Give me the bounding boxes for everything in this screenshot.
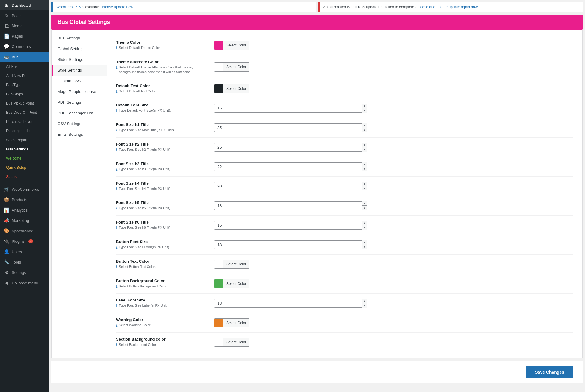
arrow-down-label-font-size[interactable]: ▼ <box>362 303 367 308</box>
info-icon: ℹ <box>116 46 118 51</box>
sidebar-item-bus-pickup-point[interactable]: Bus Pickup Point <box>0 99 49 108</box>
color-picker-button-theme-alternate-color[interactable]: Select Color <box>214 62 249 72</box>
page-header: Bus Global Settings <box>51 15 583 30</box>
all-bus-label: All Bus <box>6 65 17 69</box>
desc-text: Select Button Text Color. <box>119 264 156 269</box>
setting-label-section-background-color: Section Background colorℹSelect Backgrou… <box>116 337 214 348</box>
sidebar-item-bus-stops[interactable]: Bus Stops <box>0 90 49 99</box>
arrow-down-font-size-h6[interactable]: ▼ <box>362 225 367 230</box>
arrow-down-button-font-size[interactable]: ▼ <box>362 245 367 249</box>
arrow-up-label-font-size[interactable]: ▲ <box>362 299 367 303</box>
number-input-wrapper-font-size-h4: ▲▼ <box>214 182 367 190</box>
please-update-link[interactable]: Please update now. <box>102 5 134 9</box>
sidebar-item-bus[interactable]: 🚌 Bus <box>0 52 49 62</box>
sidebar-item-sales-report[interactable]: Sales Report <box>0 135 49 145</box>
arrow-down-font-size-h5[interactable]: ▼ <box>362 206 367 210</box>
sidebar-item-marketing[interactable]: 📣 Marketing <box>0 215 49 226</box>
color-picker-button-warning-color[interactable]: Select Color <box>214 318 249 327</box>
sidebar-item-bus-settings[interactable]: Bus Settings <box>0 145 49 154</box>
arrow-up-font-size-h2[interactable]: ▲ <box>362 143 367 147</box>
sidebar-item-collapse[interactable]: ◀ Collapse menu <box>0 278 49 288</box>
arrow-up-font-size-h1[interactable]: ▲ <box>362 123 367 128</box>
arrow-down-default-font-size[interactable]: ▼ <box>362 108 367 113</box>
arrow-down-font-size-h3[interactable]: ▼ <box>362 167 367 171</box>
sidebar-item-products[interactable]: 📦 Products <box>0 194 49 205</box>
wp-update-link[interactable]: WordPress 6.5 <box>56 5 81 9</box>
sidebar-item-tools[interactable]: 🔧 Tools <box>0 257 49 267</box>
left-nav: Bus Settings Global Settings Slider Sett… <box>52 30 107 358</box>
sidebar-item-bus-drop-off-point[interactable]: Bus Drop-Off Point <box>0 108 49 117</box>
sidebar-item-posts[interactable]: ✎ Posts <box>0 10 49 21</box>
setting-label-button-font-size: Button Font SizeℹType Font Size Button(i… <box>116 239 214 250</box>
tools-label: Tools <box>12 260 21 264</box>
number-input-font-size-h5[interactable] <box>214 201 367 210</box>
setting-label-label-font-size: Label Font SizeℹType Font Size Label(in … <box>116 298 214 309</box>
arrow-up-default-font-size[interactable]: ▲ <box>362 104 367 108</box>
sidebar-item-purchase-ticket[interactable]: Purchase Ticket <box>0 117 49 126</box>
left-nav-pdf-settings[interactable]: PDF Settings <box>52 97 107 108</box>
left-nav-style-settings[interactable]: Style Settings <box>52 65 107 76</box>
number-input-font-size-h3[interactable] <box>214 162 367 171</box>
purchase-ticket-label: Purchase Ticket <box>6 120 32 124</box>
sidebar-item-welcome[interactable]: Welcome <box>0 154 49 163</box>
left-nav-email-settings[interactable]: Email Settings <box>52 129 107 140</box>
left-nav-global-settings[interactable]: Global Settings <box>52 43 107 54</box>
arrow-up-font-size-h5[interactable]: ▲ <box>362 201 367 206</box>
setting-control-font-size-h1: ▲▼ <box>214 123 573 132</box>
auto-update-link[interactable]: please attempt the update again now. <box>417 5 478 9</box>
sidebar-item-settings[interactable]: ⚙ Settings <box>0 267 49 278</box>
sidebar-item-status[interactable]: Status <box>0 172 49 181</box>
arrow-up-font-size-h3[interactable]: ▲ <box>362 162 367 167</box>
sidebar-item-add-new-bus[interactable]: Add New Bus <box>0 71 49 80</box>
users-icon: 👤 <box>4 249 9 254</box>
number-input-button-font-size[interactable] <box>214 240 367 249</box>
sidebar-item-passenger-list[interactable]: Passenger List <box>0 126 49 135</box>
arrow-up-font-size-h6[interactable]: ▲ <box>362 221 367 225</box>
sidebar-item-analytics[interactable]: 📊 Analytics <box>0 205 49 215</box>
color-btn-label-theme-color: Select Color <box>223 41 249 50</box>
sidebar-item-dashboard[interactable]: ⊞ Dashboard <box>0 0 49 10</box>
setting-row-default-font-size: Default Font SizeℹType Default Font Size… <box>116 98 573 118</box>
color-picker-button-default-text-color[interactable]: Select Color <box>214 84 249 93</box>
sidebar-item-appearance[interactable]: 🎨 Appearance <box>0 226 49 236</box>
number-input-label-font-size[interactable] <box>214 299 367 308</box>
setting-title-button-text-color: Button Text Color <box>116 259 214 264</box>
sidebar-item-users[interactable]: 👤 Users <box>0 246 49 257</box>
arrow-up-font-size-h4[interactable]: ▲ <box>362 182 367 186</box>
number-input-font-size-h2[interactable] <box>214 143 367 152</box>
arrow-down-font-size-h2[interactable]: ▼ <box>362 147 367 152</box>
color-picker-button-button-background-color[interactable]: Select Color <box>214 279 249 288</box>
save-button[interactable]: Save Changes <box>526 366 573 378</box>
sidebar-item-media[interactable]: 🖼 Media <box>0 21 49 31</box>
left-nav-custom-css[interactable]: Custom CSS <box>52 76 107 86</box>
sidebar-item-woocommerce[interactable]: 🛒 WooCommerce <box>0 184 49 194</box>
left-nav-mage-people-license[interactable]: Mage-People License <box>52 86 107 97</box>
number-input-font-size-h6[interactable] <box>214 221 367 230</box>
setting-control-button-text-color: Select Color <box>214 260 573 269</box>
setting-title-default-font-size: Default Font Size <box>116 103 214 107</box>
color-picker-button-button-text-color[interactable]: Select Color <box>214 260 249 269</box>
sidebar-item-quick-setup[interactable]: Quick Setup <box>0 163 49 172</box>
tools-icon: 🔧 <box>4 259 9 265</box>
arrow-down-font-size-h1[interactable]: ▼ <box>362 128 367 132</box>
number-input-font-size-h1[interactable] <box>214 123 367 132</box>
desc-text: Type Font Size Main Title(in PX Unit). <box>119 128 175 132</box>
arrow-down-font-size-h4[interactable]: ▼ <box>362 186 367 190</box>
left-nav-slider-settings[interactable]: Slider Settings <box>52 54 107 65</box>
bus-type-label: Bus Type <box>6 83 21 87</box>
number-input-default-font-size[interactable] <box>214 104 367 113</box>
left-nav-csv-settings[interactable]: CSV Settings <box>52 118 107 129</box>
color-picker-button-section-background-color[interactable]: Select Color <box>214 338 249 347</box>
left-nav-pdf-passenger-list[interactable]: PDF Passenger List <box>52 108 107 118</box>
color-picker-button-theme-color[interactable]: Select Color <box>214 41 249 50</box>
arrow-up-button-font-size[interactable]: ▲ <box>362 240 367 245</box>
setting-control-button-font-size: ▲▼ <box>214 240 573 249</box>
number-input-font-size-h4[interactable] <box>214 182 367 190</box>
left-nav-bus-settings[interactable]: Bus Settings <box>52 33 107 43</box>
sidebar-item-all-bus[interactable]: All Bus <box>0 62 49 71</box>
sidebar-item-bus-type[interactable]: Bus Type <box>0 80 49 90</box>
sidebar-item-pages[interactable]: 📄 Pages <box>0 31 49 41</box>
sidebar-item-comments[interactable]: 💬 Comments <box>0 41 49 52</box>
number-input-wrapper-default-font-size: ▲▼ <box>214 104 367 113</box>
sidebar-item-plugins[interactable]: 🔌 Plugins 4 <box>0 236 49 246</box>
